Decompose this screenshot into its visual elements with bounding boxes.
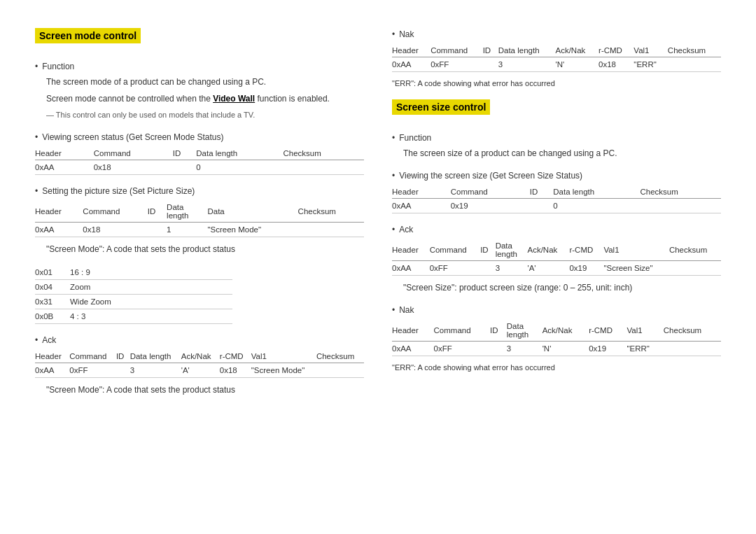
table-row: 0xAA 0x18 0 [35, 160, 364, 174]
table-row-rnak: 0xAA 0xFF 3 'N' 0x19 "ERR" [392, 341, 721, 356]
screen-mode-note: "Screen Mode": A code that sets the prod… [35, 243, 364, 255]
table-row: 0x31 Wide Zoom [35, 294, 232, 309]
nak-table-top: Header Command ID Data length Ack/Nak r-… [392, 43, 721, 72]
right-function-desc: The screen size of a product can be chan… [392, 147, 721, 160]
th-command: Command [94, 146, 173, 160]
th-command-nt: Command [430, 43, 483, 57]
th-rn-an: Ack/Nak [542, 319, 589, 342]
th-header3: Header [35, 349, 69, 363]
right-column: • Nak Header Command ID Data length Ack/… [392, 28, 721, 406]
right-section-title: Screen size control [392, 99, 490, 115]
bullet-dot-r4: • [392, 304, 395, 316]
table-row: 0x0B 4 : 3 [35, 309, 232, 323]
th-ra-header: Header [392, 239, 430, 261]
th-data-length: Data length [196, 146, 283, 160]
function-label: Function [42, 60, 74, 73]
th-rcmd: r-CMD [220, 349, 251, 363]
th-ra-rcmd: r-CMD [569, 239, 603, 261]
th-checksum3: Checksum [316, 349, 364, 363]
right-function-label: Function [399, 132, 431, 144]
function-desc1: The screen mode of a product can be chan… [35, 76, 364, 88]
setting-label: Setting the picture size (Set Picture Si… [42, 185, 195, 197]
bullet-dot-nak-top: • [392, 28, 395, 41]
th-cs-nt: Checksum [668, 43, 721, 57]
th-id3: ID [116, 349, 130, 363]
th-rn-command: Command [434, 319, 490, 342]
set-picture-size-table: Header Command ID Datalength Data Checks… [35, 200, 364, 237]
bullet-dot-r1: • [392, 132, 395, 144]
th-acknak: Ack/Nak [181, 349, 220, 363]
th-val1: Val1 [251, 349, 316, 363]
ack-note-left: "Screen Mode": A code that sets the prod… [35, 384, 364, 396]
th-header: Header [35, 146, 94, 160]
right-nak-label: Nak [399, 304, 414, 316]
table-row-nak-top: 0xAA 0xFF 3 'N' 0x18 "ERR" [392, 57, 721, 72]
th-id-nt: ID [483, 43, 498, 57]
th-ra-cs: Checksum [669, 239, 721, 261]
left-section-title: Screen mode control [35, 28, 141, 43]
table-row-r1: 0xAA 0x19 0 [392, 198, 721, 213]
table-row-ack: 0xAA 0xFF 3 'A' 0x18 "Screen Mode" [35, 363, 364, 377]
th-rn-id: ID [490, 319, 507, 342]
th-rn-rcmd: r-CMD [589, 319, 626, 342]
ack-label-left: Ack [42, 334, 56, 346]
th-rn-header: Header [392, 319, 434, 342]
ack-table-left: Header Command ID Data length Ack/Nak r-… [35, 349, 364, 378]
nak-note-top: "ERR": A code showing what error has occ… [392, 78, 721, 90]
th-data: Data [207, 200, 298, 223]
ack-note-right: "Screen Size": product screen size (rang… [392, 281, 721, 294]
nak-note-right: "ERR": A code showing what error has occ… [392, 362, 721, 374]
nak-table-right: Header Command ID Datalength Ack/Nak r-C… [392, 319, 721, 356]
th-id2: ID [148, 200, 167, 223]
table-row-2: 0xAA 0x18 1 "Screen Mode" [35, 222, 364, 237]
th-command3: Command [69, 349, 116, 363]
bullet-dot: • [35, 60, 38, 73]
th-id: ID [173, 146, 197, 160]
th-r-cs: Checksum [640, 185, 721, 199]
get-screen-size-table: Header Command ID Data length Checksum 0… [392, 185, 721, 213]
table-row-rack: 0xAA 0xFF 3 'A' 0x19 "Screen Size" [392, 260, 721, 275]
bullet-dot-4: • [35, 334, 38, 346]
th-data-length3: Data length [130, 349, 181, 363]
table-row: 0x01 16 : 9 [35, 265, 232, 280]
th-rn-cs: Checksum [664, 319, 721, 342]
ack-table-right: Header Command ID Datalength Ack/Nak r-C… [392, 239, 721, 276]
function-note: This control can only be used on models … [35, 109, 364, 121]
th-ra-an: Ack/Nak [528, 239, 570, 261]
get-screen-mode-table: Header Command ID Data length Checksum 0… [35, 146, 364, 175]
right-ack-label: Ack [399, 223, 413, 236]
th-ra-val1: Val1 [603, 239, 669, 261]
th-val1-nt: Val1 [634, 43, 668, 57]
th-checksum: Checksum [283, 146, 364, 160]
th-data-length2: Datalength [167, 200, 207, 223]
th-checksum2: Checksum [298, 200, 364, 223]
bullet-dot-r3: • [392, 223, 395, 236]
th-ra-dl: Datalength [496, 239, 528, 261]
bullet-dot-r2: • [392, 169, 395, 182]
nak-label-top: Nak [399, 28, 414, 41]
th-r-header: Header [392, 185, 451, 199]
th-ra-command: Command [430, 239, 481, 261]
th-rcmd-nt: r-CMD [598, 43, 634, 57]
th-dl-nt: Data length [498, 43, 556, 57]
viewing-label: Viewing screen status (Get Screen Mode S… [42, 131, 223, 143]
th-r-dl: Data length [553, 185, 640, 199]
bullet-dot-3: • [35, 185, 38, 197]
th-ra-id: ID [480, 239, 495, 261]
function-desc2: Screen mode cannot be controlled when th… [35, 92, 364, 105]
th-an-nt: Ack/Nak [555, 43, 598, 57]
th-r-id: ID [530, 185, 554, 199]
right-viewing-label: Viewing the screen size (Get Screen Size… [399, 169, 582, 182]
th-rn-dl: Datalength [507, 319, 542, 342]
th-header-nt: Header [392, 43, 430, 57]
th-rn-val1: Val1 [626, 319, 663, 342]
modes-table: 0x01 16 : 9 0x04 Zoom 0x31 Wide Zoom 0x0… [35, 265, 232, 324]
th-header2: Header [35, 200, 83, 223]
table-row: 0x04 Zoom [35, 279, 232, 294]
video-wall-link: Video Wall [213, 94, 255, 104]
left-column: Screen mode control • Function The scree… [35, 28, 364, 406]
bullet-dot-2: • [35, 131, 38, 143]
th-command2: Command [83, 200, 147, 223]
th-r-command: Command [451, 185, 530, 199]
